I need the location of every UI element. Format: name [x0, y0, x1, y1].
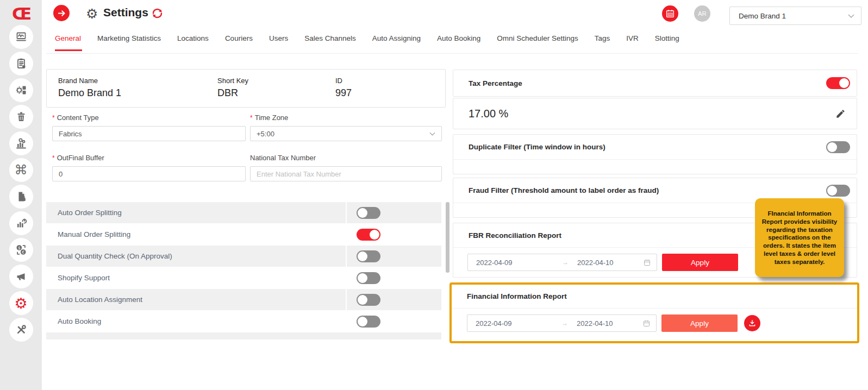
financial-date-from[interactable]: 2022-04-09 [476, 319, 561, 328]
feature-toggle-list: Auto Order Splitting Manual Order Splitt… [46, 202, 441, 332]
sidebar-item-tools[interactable] [9, 318, 33, 342]
fbr-date-range-picker[interactable]: 2022-04-09 → 2022-04-10 [467, 254, 657, 271]
settings-page: Œ [0, 0, 868, 390]
content-type-input[interactable] [52, 126, 246, 141]
chevron-down-icon [429, 132, 435, 136]
calendar-icon [642, 319, 651, 328]
svg-text:€: € [22, 250, 24, 255]
required-asterisk: * [250, 114, 253, 122]
auto-booking-toggle[interactable] [357, 316, 380, 328]
fraud-filter-toggle[interactable] [826, 185, 850, 197]
national-tax-number-group: National Tax Number [250, 154, 442, 181]
tab-general[interactable]: General [55, 34, 81, 51]
sidebar-item-settings[interactable]: ⚙ [9, 291, 33, 315]
sidebar-item-orders[interactable] [9, 52, 33, 76]
time-zone-select[interactable]: +5:00 [250, 126, 442, 141]
duplicate-filter-toggle[interactable] [826, 141, 850, 153]
tab-auto-booking[interactable]: Auto Booking [437, 34, 480, 51]
download-icon [748, 319, 757, 328]
trash-icon [15, 110, 28, 123]
auto-location-assignment-toggle[interactable] [357, 294, 380, 306]
orders-clipboard-icon [15, 57, 28, 70]
sidebar-item-finance[interactable]: $ € [9, 238, 33, 262]
next-row-peek [46, 332, 441, 339]
financial-date-range-picker[interactable]: 2022-04-09 → 2022-04-10 [467, 314, 657, 332]
calendar-icon [665, 9, 675, 18]
page-title: Settings [103, 6, 148, 19]
fbr-date-to[interactable]: 2022-04-10 [577, 259, 643, 267]
settings-tabs: General Marketing Statistics Locations C… [55, 34, 679, 51]
tab-couriers[interactable]: Couriers [225, 34, 253, 51]
user-avatar[interactable]: AR [694, 5, 710, 22]
sidebar-item-analytics[interactable] [9, 131, 33, 155]
brand-name-field: Brand Name Demo Brand 1 [58, 77, 217, 107]
svg-text:$: $ [17, 246, 20, 250]
sidebar-item-trash[interactable] [9, 105, 33, 129]
auto-dispatch-icon [15, 84, 28, 97]
outfinal-buffer-input[interactable] [52, 166, 246, 181]
app-logo[interactable]: Œ [0, 0, 42, 25]
time-zone-label: Time Zone [255, 114, 289, 122]
financial-date-to[interactable]: 2022-04-10 [577, 319, 642, 328]
calendar-button[interactable] [662, 5, 678, 22]
national-tax-number-input[interactable] [250, 166, 442, 181]
outfinal-buffer-group: *OutFinal Buffer [52, 154, 246, 181]
time-zone-group: *Time Zone +5:00 [250, 114, 442, 141]
manual-order-splitting-toggle[interactable] [357, 229, 380, 241]
tax-percentage-toggle[interactable] [826, 77, 850, 89]
sidebar-item-auto-dispatch[interactable] [9, 78, 33, 102]
sidebar-item-commands[interactable]: ⌘ [9, 158, 33, 182]
calendar-icon [643, 259, 651, 267]
short-key-value: DBR [217, 87, 335, 99]
required-asterisk: * [52, 114, 55, 122]
tab-tags[interactable]: Tags [595, 34, 610, 51]
tax-percentage-value-card: 17.00 % [453, 98, 857, 129]
settings-gear-icon: ⚙ [14, 296, 27, 311]
tab-sales-channels[interactable]: Sales Channels [304, 34, 356, 51]
tab-marketing-statistics[interactable]: Marketing Statistics [97, 34, 161, 51]
dual-quantity-check-toggle[interactable] [357, 250, 380, 262]
sidebar-item-dashboard[interactable] [9, 25, 33, 49]
auto-order-splitting-toggle[interactable] [357, 207, 380, 219]
brand-selector-value: Demo Brand 1 [739, 12, 848, 20]
tab-omni-scheduler-settings[interactable]: Omni Scheduler Settings [497, 34, 578, 51]
fbr-date-from[interactable]: 2022-04-09 [476, 259, 562, 267]
arrow-right-icon [57, 9, 66, 18]
brand-id-value: 997 [335, 87, 352, 99]
sidebar-expand-button[interactable] [53, 5, 70, 21]
sidebar: Œ [0, 0, 42, 390]
required-asterisk: * [52, 154, 55, 162]
short-key-label: Short Key [217, 77, 335, 85]
toggle-row-auto-location-assignment: Auto Location Assignment [46, 289, 441, 310]
analytics-gears-icon [15, 137, 28, 150]
brand-selector[interactable]: Demo Brand 1 [729, 7, 861, 25]
tab-ivr[interactable]: IVR [626, 34, 639, 51]
toggle-row-dual-quantity-check: Dual Quantity Check (On Approval) [46, 246, 441, 267]
sidebar-item-reports[interactable] [9, 211, 33, 235]
sidebar-item-marketing[interactable] [9, 265, 33, 288]
shopify-support-toggle[interactable] [357, 272, 380, 284]
command-icon: ⌘ [15, 163, 28, 177]
tab-slotting[interactable]: Slotting [655, 34, 679, 51]
toggle-list-scrollbar[interactable] [446, 202, 449, 273]
financial-report-title: Financial Information Report [467, 292, 851, 300]
content-type-group: *Content Type [52, 114, 246, 141]
financial-apply-button[interactable]: Apply [661, 314, 738, 332]
edit-pencil-icon[interactable] [835, 109, 846, 119]
tab-locations[interactable]: Locations [177, 34, 209, 51]
content-type-label: Content Type [57, 114, 99, 122]
sidebar-item-documents[interactable] [9, 185, 33, 209]
toggle-row-auto-order-splitting: Auto Order Splitting [46, 202, 441, 223]
fbr-apply-button[interactable]: Apply [662, 254, 738, 271]
tab-users[interactable]: Users [269, 34, 288, 51]
reports-wrench-icon [15, 217, 28, 230]
toggle-row-shopify-support: Shopify Support [46, 267, 441, 288]
general-form: *Content Type *Time Zone +5:00 *OutFinal… [52, 114, 442, 181]
national-tax-number-label: National Tax Number [250, 154, 442, 162]
brand-id-label: ID [335, 77, 352, 85]
tax-percentage-label: Tax Percentage [469, 79, 826, 87]
tab-auto-assigning[interactable]: Auto Assigning [372, 34, 421, 51]
refresh-icon[interactable] [151, 7, 164, 22]
financial-download-button[interactable] [744, 315, 760, 331]
tooltip-text: FInancial Information Report provides vi… [759, 210, 840, 266]
